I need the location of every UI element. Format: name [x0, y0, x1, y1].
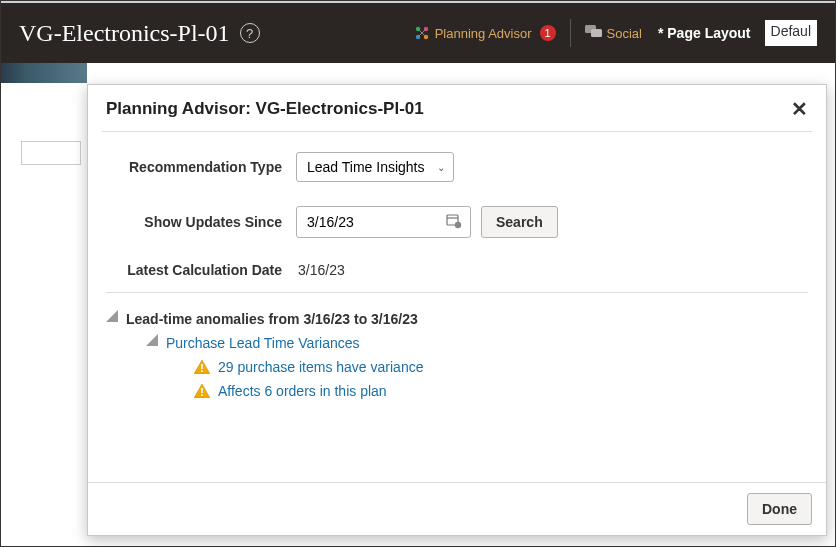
- recommendation-type-value: Lead Time Insights: [307, 159, 425, 175]
- page-title: VG-Electronics-Pl-01 ?: [19, 20, 260, 47]
- tree-leaf-1[interactable]: 29 purchase items have variance: [106, 355, 808, 379]
- svg-rect-16: [201, 394, 203, 396]
- show-updates-date-input[interactable]: 3/16/23: [296, 206, 471, 238]
- divider: [570, 19, 571, 47]
- page-layout-label: * Page Layout: [658, 25, 751, 41]
- chevron-down-icon: ⌄: [437, 162, 445, 173]
- warning-icon: [194, 384, 210, 398]
- help-icon[interactable]: ?: [240, 23, 260, 43]
- top-header-bar: VG-Electronics-Pl-01 ? Planning Advisor …: [1, 1, 835, 63]
- page-title-text: VG-Electronics-Pl-01: [19, 20, 230, 47]
- page-layout-select[interactable]: Defaul: [765, 20, 817, 46]
- section-divider: [106, 292, 808, 293]
- accent-strip: [1, 63, 87, 83]
- close-icon[interactable]: ✕: [791, 99, 808, 119]
- svg-rect-13: [201, 370, 203, 372]
- chat-bubble-icon: [585, 25, 603, 42]
- planning-advisor-link[interactable]: Planning Advisor 1: [413, 24, 556, 42]
- disclosure-triangle-icon[interactable]: [146, 334, 158, 346]
- latest-calc-label: Latest Calculation Date: [106, 262, 296, 278]
- header-right-group: Planning Advisor 1 Social * Page Layout …: [413, 19, 817, 47]
- svg-rect-15: [201, 388, 203, 393]
- tree-leaf-2[interactable]: Affects 6 orders in this plan: [106, 379, 808, 403]
- done-button[interactable]: Done: [747, 493, 812, 525]
- disclosure-triangle-icon[interactable]: [106, 310, 118, 322]
- tree-leaf-1-link[interactable]: 29 purchase items have variance: [218, 359, 423, 375]
- social-link[interactable]: Social: [585, 25, 642, 42]
- tree-child-node[interactable]: Purchase Lead Time Variances: [106, 331, 808, 355]
- advisor-badge-count: 1: [540, 25, 556, 41]
- recommendation-type-select[interactable]: Lead Time Insights ⌄: [296, 152, 454, 182]
- anomalies-tree: Lead-time anomalies from 3/16/23 to 3/16…: [106, 307, 808, 403]
- svg-point-10: [455, 221, 461, 227]
- social-label: Social: [607, 26, 642, 41]
- recommendation-type-row: Recommendation Type Lead Time Insights ⌄: [106, 152, 808, 182]
- tree-child-link[interactable]: Purchase Lead Time Variances: [166, 335, 360, 351]
- tree-root-label: Lead-time anomalies from 3/16/23 to 3/16…: [126, 311, 418, 327]
- dialog-footer: Done: [88, 482, 826, 535]
- dialog-header: Planning Advisor: VG-Electronics-Pl-01 ✕: [88, 85, 826, 131]
- show-updates-label: Show Updates Since: [106, 214, 296, 230]
- search-button[interactable]: Search: [481, 206, 558, 238]
- tree-root-node[interactable]: Lead-time anomalies from 3/16/23 to 3/16…: [106, 307, 808, 331]
- warning-icon: [194, 360, 210, 374]
- latest-calc-row: Latest Calculation Date 3/16/23: [106, 262, 808, 278]
- latest-calc-value: 3/16/23: [296, 262, 345, 278]
- calendar-icon[interactable]: [446, 213, 462, 232]
- recommendation-type-label: Recommendation Type: [106, 159, 296, 175]
- svg-rect-12: [201, 364, 203, 369]
- planning-advisor-label: Planning Advisor: [435, 26, 532, 41]
- planning-advisor-dialog: Planning Advisor: VG-Electronics-Pl-01 ✕…: [87, 84, 827, 536]
- advisor-network-icon: [413, 24, 431, 42]
- show-updates-value: 3/16/23: [307, 214, 354, 230]
- svg-rect-7: [591, 29, 602, 37]
- dialog-title: Planning Advisor: VG-Electronics-Pl-01: [106, 99, 424, 119]
- show-updates-row: Show Updates Since 3/16/23 Search: [106, 206, 808, 238]
- background-input[interactable]: [21, 141, 81, 165]
- dialog-body: Recommendation Type Lead Time Insights ⌄…: [88, 132, 826, 482]
- tree-leaf-2-link[interactable]: Affects 6 orders in this plan: [218, 383, 387, 399]
